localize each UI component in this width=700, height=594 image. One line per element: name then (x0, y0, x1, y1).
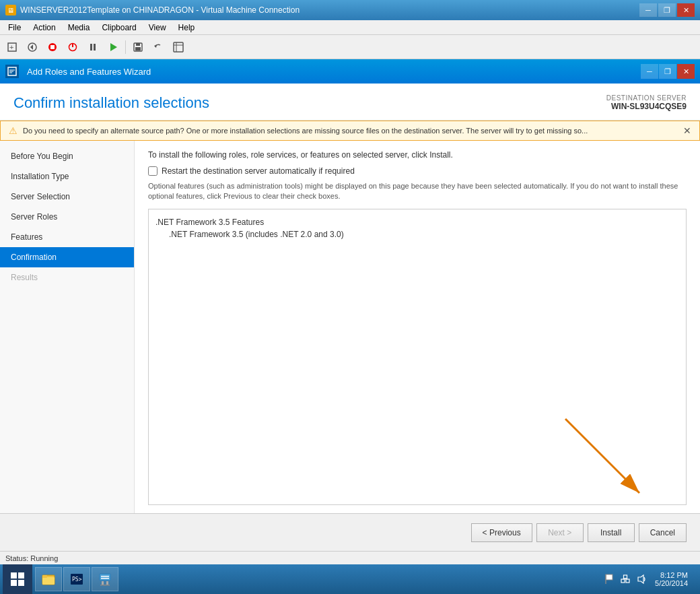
svg-rect-41 (621, 579, 625, 583)
destination-label: DESTINATION SERVER (606, 94, 687, 102)
svg-text:PS>: PS> (72, 576, 82, 583)
svg-rect-37 (106, 581, 108, 585)
toolbar-play-btn[interactable] (104, 38, 123, 56)
wizard-titlebar: Add Roles and Features Wizard ─ ❐ ✕ (0, 59, 700, 84)
warning-text: Do you need to specify an alternate sour… (23, 127, 672, 135)
network-icon[interactable] (619, 572, 632, 586)
status-bar: Status: Running (0, 551, 700, 564)
taskbar-server-manager[interactable] (92, 567, 118, 591)
title-bar-controls: ─ ❐ ✕ (639, 3, 695, 17)
close-button[interactable]: ✕ (677, 3, 695, 17)
powershell-icon: PS> (69, 572, 84, 587)
start-button[interactable] (3, 564, 32, 594)
warning-close-btn[interactable]: ✕ (683, 125, 691, 136)
menu-clipboard[interactable]: Clipboard (96, 22, 141, 34)
nav-features[interactable]: Features (0, 227, 134, 247)
svg-rect-15 (174, 42, 183, 52)
svg-rect-35 (101, 578, 109, 579)
volume-icon[interactable] (635, 572, 648, 586)
taskbar-tray: 8:12 PM 5/20/2014 (597, 571, 697, 587)
title-bar: 🖥 WINSERVER2012Template on CHINADRAGON -… (0, 0, 700, 20)
nav-before-you-begin[interactable]: Before You Begin (0, 146, 134, 166)
nav-server-selection[interactable]: Server Selection (0, 187, 134, 207)
minimize-button[interactable]: ─ (639, 3, 657, 17)
menu-file[interactable]: File (3, 22, 26, 34)
svg-rect-26 (11, 580, 17, 586)
toolbar-stop-btn[interactable] (43, 38, 62, 56)
svg-rect-29 (42, 577, 55, 585)
next-button[interactable]: Next > (536, 523, 584, 542)
status-text: Status: Running (5, 554, 58, 562)
clock-time: 8:12 PM (655, 571, 688, 579)
restart-checkbox-label[interactable]: Restart the destination server automatic… (162, 166, 355, 176)
toolbar: + (0, 35, 700, 59)
toolbar-power-btn[interactable] (63, 38, 82, 56)
toolbar-back-btn[interactable] (23, 38, 42, 56)
server-manager-icon (98, 572, 112, 587)
svg-rect-24 (11, 572, 17, 579)
optional-features-text: Optional features (such as administratio… (148, 181, 687, 202)
taskbar-items: PS> (32, 567, 597, 591)
taskbar-powershell[interactable]: PS> (63, 567, 90, 591)
svg-rect-8 (90, 44, 92, 51)
warning-bar: ⚠ Do you need to specify an alternate so… (0, 121, 700, 141)
menu-help[interactable]: Help (173, 22, 201, 34)
svg-rect-38 (100, 585, 110, 586)
svg-marker-10 (110, 43, 117, 51)
page-title: Confirm installation selections (13, 94, 209, 112)
restore-button[interactable]: ❐ (658, 3, 676, 17)
menu-media[interactable]: Media (63, 22, 96, 34)
svg-rect-39 (606, 574, 612, 580)
svg-marker-14 (154, 44, 157, 48)
destination-name: WIN-SL93U4CQSE9 (606, 102, 687, 111)
windows-logo-icon (10, 572, 25, 587)
svg-rect-5 (50, 45, 55, 49)
svg-rect-34 (101, 576, 109, 577)
menu-bar: File Action Media Clipboard View Help (0, 20, 700, 35)
taskbar-clock: 8:12 PM 5/20/2014 (651, 571, 692, 587)
wizard-icon (5, 65, 19, 78)
previous-button[interactable]: < Previous (471, 523, 532, 542)
svg-rect-12 (136, 43, 140, 46)
svg-text:+: + (9, 43, 13, 51)
wizard-restore-btn[interactable]: ❐ (659, 64, 676, 79)
nav-server-roles[interactable]: Server Roles (0, 207, 134, 227)
feature-net35-group: .NET Framework 3.5 Features (155, 216, 679, 228)
destination-server-info: DESTINATION SERVER WIN-SL93U4CQSE9 (606, 94, 687, 111)
menu-view[interactable]: View (143, 22, 172, 34)
file-explorer-icon (41, 572, 56, 587)
install-description: To install the following roles, role ser… (148, 150, 687, 160)
install-button[interactable]: Install (588, 523, 635, 542)
wizard-body: Before You Begin Installation Type Serve… (0, 141, 700, 551)
nav-confirmation[interactable]: Confirmation (0, 247, 134, 267)
toolbar-action-btn[interactable] (169, 38, 188, 56)
clock-date: 5/20/2014 (655, 579, 688, 587)
menu-action[interactable]: Action (28, 22, 61, 34)
svg-rect-42 (626, 579, 629, 583)
cancel-button[interactable]: Cancel (639, 523, 687, 542)
features-list: .NET Framework 3.5 Features .NET Framewo… (148, 209, 687, 505)
toolbar-pause-btn[interactable] (83, 38, 102, 56)
svg-rect-25 (18, 572, 24, 579)
warning-icon: ⚠ (9, 125, 18, 136)
svg-rect-9 (94, 44, 96, 51)
svg-rect-33 (100, 574, 110, 581)
svg-rect-27 (18, 580, 24, 586)
wizard-header: Confirm installation selections DESTINAT… (0, 84, 700, 121)
toolbar-undo-btn[interactable] (149, 38, 168, 56)
feature-net35: .NET Framework 3.5 (includes .NET 2.0 an… (155, 228, 679, 240)
toolbar-save-btn[interactable] (129, 38, 147, 56)
toolbar-add-btn[interactable]: + (3, 38, 22, 56)
restart-checkbox[interactable] (148, 166, 158, 176)
wizard-controls: ─ ❐ ✕ (641, 64, 695, 79)
wizard-minimize-btn[interactable]: ─ (641, 64, 658, 79)
wizard-close-btn[interactable]: ✕ (677, 64, 695, 79)
nav-installation-type[interactable]: Installation Type (0, 166, 134, 187)
svg-rect-30 (42, 575, 47, 578)
flag-icon[interactable] (602, 572, 616, 586)
wizard-title: Add Roles and Features Wizard (27, 67, 151, 77)
wizard-footer: < Previous Next > Install Cancel (0, 513, 700, 551)
wizard-window: Add Roles and Features Wizard ─ ❐ ✕ Conf… (0, 59, 700, 551)
svg-marker-46 (638, 575, 643, 583)
taskbar-file-explorer[interactable] (35, 567, 62, 591)
